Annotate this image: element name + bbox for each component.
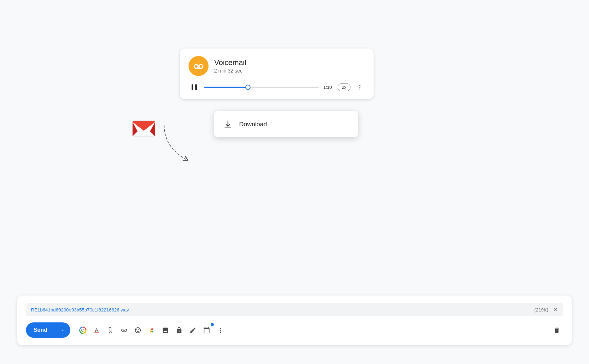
attachment-filename: RE1b641bd69200e93b55b70c1f82216626.wav [31, 307, 532, 312]
svg-point-7 [359, 88, 360, 89]
compose-toolbar: Send [26, 322, 563, 338]
more-options-button[interactable] [355, 82, 365, 92]
audio-progress-thumb [245, 85, 250, 90]
gmail-logo-area [131, 119, 156, 139]
drive-icon[interactable] [145, 324, 158, 336]
notification-dot [211, 323, 214, 326]
svg-rect-3 [192, 84, 193, 90]
text-format-icon[interactable] [90, 324, 103, 336]
insert-link-icon[interactable] [118, 324, 130, 336]
google-workspace-icon[interactable] [77, 324, 89, 336]
voicemail-header: Voicemail 2 min 32 sec [189, 56, 365, 76]
audio-progress-track[interactable] [204, 87, 319, 88]
emoji-icon[interactable] [132, 324, 144, 336]
arrow-connector [155, 122, 224, 166]
compose-area: RE1b641bd69200e93b55b70c1f82216626.wav (… [17, 296, 572, 345]
send-button[interactable]: Send [26, 322, 55, 338]
schedule-send-icon[interactable] [200, 324, 213, 336]
current-time-label: 1:10 [323, 85, 333, 90]
svg-point-23 [220, 330, 221, 331]
download-label: Download [239, 121, 267, 128]
voicemail-title: Voicemail [214, 58, 246, 67]
delete-draft-button[interactable] [551, 324, 563, 336]
download-menu-item[interactable]: Download [214, 114, 358, 134]
signature-icon[interactable] [187, 324, 199, 336]
voicemail-card: Voicemail 2 min 32 sec 1:10 2x [180, 48, 374, 99]
svg-point-5 [359, 85, 360, 86]
svg-point-22 [220, 327, 221, 329]
voicemail-controls: 1:10 2x [189, 82, 365, 93]
svg-point-6 [359, 87, 360, 88]
voicemail-duration: 2 min 32 sec [214, 68, 246, 74]
audio-progress-fill [204, 87, 248, 88]
svg-rect-21 [94, 332, 99, 333]
voicemail-info: Voicemail 2 min 32 sec [214, 58, 246, 74]
pause-button[interactable] [189, 82, 200, 93]
attach-file-icon[interactable] [104, 324, 117, 336]
send-dropdown-button[interactable] [55, 323, 70, 337]
confidential-icon[interactable] [173, 324, 185, 336]
attachment-close-button[interactable]: ✕ [553, 306, 558, 313]
svg-rect-4 [195, 84, 197, 90]
attachment-row: RE1b641bd69200e93b55b70c1f82216626.wav (… [26, 303, 563, 316]
voicemail-icon [189, 56, 209, 76]
speed-button[interactable]: 2x [338, 83, 350, 91]
download-icon [223, 119, 233, 129]
attachment-size: (219K) [534, 307, 548, 312]
svg-point-24 [220, 331, 221, 333]
send-button-group: Send [26, 322, 70, 338]
download-dropdown: Download [214, 111, 358, 137]
more-options-toolbar-icon[interactable] [214, 324, 227, 336]
insert-photo-icon[interactable] [159, 324, 172, 336]
